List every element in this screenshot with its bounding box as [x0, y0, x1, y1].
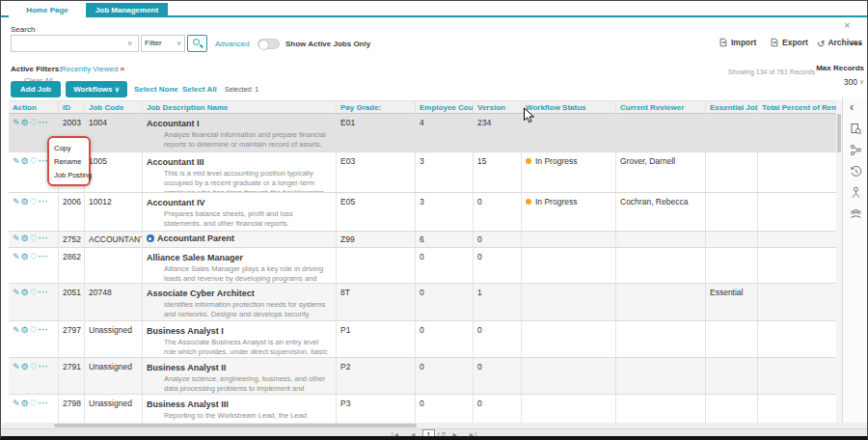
job-title[interactable]: Accountant IV [147, 197, 334, 207]
row-more-icon[interactable]: ··· [39, 118, 49, 127]
gear-icon[interactable]: ⚙ [21, 118, 29, 127]
prev-page-icon[interactable]: ◄ [410, 431, 417, 438]
col-header-job-code[interactable]: Job Code [85, 101, 143, 113]
table-row[interactable]: ✎⚙♡··· 2797 Unassigned Business Analyst … [9, 321, 836, 358]
row-more-icon[interactable]: ··· [39, 252, 49, 261]
job-title[interactable]: Business Analyst I [147, 325, 334, 336]
gear-icon[interactable]: ⚙ [21, 234, 29, 243]
approvals-person-icon[interactable] [850, 186, 862, 199]
edit-icon[interactable]: ✎ [13, 156, 20, 166]
row-more-icon[interactable]: ··· [39, 399, 49, 408]
col-header-current-reviewer[interactable]: Current Reviewer [616, 101, 706, 113]
table-row[interactable]: ✎⚙♡··· 2752 ACCOUNTANT Accountant Parent… [9, 232, 836, 248]
edit-icon[interactable]: ✎ [13, 325, 20, 335]
remove-filter-icon[interactable]: × [120, 65, 124, 73]
edit-icon[interactable]: ✎ [13, 288, 20, 297]
table-row[interactable]: ✎⚙♡··· 2862 Alliance Sales ManagerAllian… [9, 248, 836, 284]
edit-icon[interactable]: ✎ [13, 362, 20, 371]
row-more-icon[interactable]: ··· [39, 234, 49, 243]
show-active-jobs-toggle[interactable] [258, 39, 280, 49]
gear-icon[interactable]: ⚙ [21, 156, 29, 166]
edit-icon[interactable]: ✎ [13, 118, 20, 127]
edit-icon[interactable]: ✎ [13, 197, 20, 206]
vertical-scrollbar-thumb[interactable] [837, 114, 841, 152]
favorite-heart-icon[interactable]: ♡ [30, 156, 38, 166]
context-menu-rename[interactable]: Rename [49, 154, 89, 168]
favorite-heart-icon[interactable]: ♡ [30, 197, 38, 206]
favorite-heart-icon[interactable]: ♡ [30, 234, 38, 243]
col-header-description[interactable]: Job Description Name [143, 101, 337, 113]
table-row[interactable]: ✎⚙♡··· 1005 Accountant IIIThis is a mid … [9, 152, 836, 193]
job-title[interactable]: Business Analyst II [147, 362, 334, 372]
next-page-icon[interactable]: ► [451, 431, 458, 438]
row-more-icon[interactable]: ··· [39, 197, 49, 206]
col-header-version[interactable]: Version [474, 101, 522, 113]
table-row[interactable]: ✎⚙♡··· 2798 Unassigned Business Analyst … [9, 395, 836, 424]
horizontal-scrollbar-thumb[interactable] [54, 424, 417, 427]
search-button[interactable] [187, 35, 207, 52]
export-button[interactable]: Export [770, 38, 808, 47]
favorite-heart-icon[interactable]: ♡ [30, 325, 38, 335]
job-title[interactable]: Accountant I [147, 118, 334, 128]
col-header-pay-grade[interactable]: Pay Grade: [337, 101, 416, 113]
favorite-heart-icon[interactable]: ♡ [30, 288, 38, 297]
page-number-input[interactable]: 1 [422, 429, 435, 439]
gear-icon[interactable]: ⚙ [21, 362, 29, 371]
table-row[interactable]: ✎⚙♡··· 2791 Unassigned Business Analyst … [9, 358, 836, 395]
col-header-workflow-status[interactable]: Workflow Status [522, 101, 616, 113]
history-icon[interactable] [850, 165, 862, 178]
table-row[interactable]: ✎⚙♡··· 2006 10012 Accountant IVPrepares … [9, 193, 836, 232]
job-title[interactable]: Business Analyst III [147, 399, 334, 409]
close-icon[interactable]: × [844, 19, 850, 31]
col-header-id[interactable]: ID [59, 101, 85, 113]
filter-dropdown[interactable]: Filter∨ [141, 35, 185, 52]
select-none-link[interactable]: Select None [134, 85, 178, 94]
more-options-icon[interactable]: ••• [851, 40, 862, 49]
import-button[interactable]: Import [719, 38, 756, 47]
job-title[interactable]: Accountant Parent [157, 233, 234, 243]
tab-job-management[interactable]: Job Management [86, 3, 168, 17]
table-row[interactable]: ✎⚙♡··· 2051 20748 Associate Cyber Archit… [9, 284, 836, 321]
row-more-icon[interactable]: ··· [39, 325, 49, 335]
col-header-employee-count[interactable]: Employee Count [416, 101, 474, 113]
gear-icon[interactable]: ⚙ [21, 325, 29, 335]
search-input[interactable] [11, 35, 139, 52]
favorite-heart-icon[interactable]: ♡ [30, 118, 38, 127]
edit-icon[interactable]: ✎ [13, 399, 20, 408]
share-network-icon[interactable] [850, 144, 862, 156]
gear-icon[interactable]: ⚙ [21, 197, 29, 206]
add-job-button[interactable]: Add Job [11, 81, 61, 97]
favorite-heart-icon[interactable]: ♡ [30, 399, 38, 408]
select-all-link[interactable]: Select All [182, 85, 217, 94]
group-people-icon[interactable] [850, 207, 862, 220]
context-menu-job-posting[interactable]: Job Posting [49, 168, 89, 181]
col-header-action[interactable]: Action [9, 101, 59, 113]
row-more-icon[interactable]: ··· [39, 362, 49, 371]
advanced-link[interactable]: Advanced [215, 40, 250, 48]
favorite-heart-icon[interactable]: ♡ [30, 362, 38, 371]
tab-home-page[interactable]: Home Page [9, 3, 86, 17]
gear-icon[interactable]: ⚙ [21, 252, 29, 261]
edit-icon[interactable]: ✎ [13, 252, 20, 261]
first-page-icon[interactable]: |◄ [392, 431, 400, 438]
clear-search-icon[interactable]: × [127, 39, 132, 48]
col-header-total-percent-remote[interactable]: Total Percent of Remote [758, 101, 836, 113]
max-records-dropdown[interactable]: 300 [811, 77, 857, 87]
active-filter-chip[interactable]: Recently Viewed× [61, 65, 124, 73]
job-title[interactable]: Associate Cyber Architect [147, 288, 334, 298]
preview-document-icon[interactable] [850, 123, 862, 135]
context-menu-copy[interactable]: Copy [49, 141, 89, 154]
col-header-essential-job[interactable]: Essential Job [706, 101, 758, 113]
gear-icon[interactable]: ⚙ [21, 399, 29, 408]
favorite-heart-icon[interactable]: ♡ [30, 252, 38, 261]
workflows-button[interactable]: Workflows ∨ [66, 81, 127, 97]
parent-job-icon[interactable] [147, 234, 154, 242]
last-page-icon[interactable]: ►| [468, 431, 476, 438]
job-title[interactable]: Alliance Sales Manager [147, 252, 334, 262]
row-more-icon[interactable]: ··· [39, 288, 49, 297]
collapse-panel-icon[interactable]: ‹ [850, 100, 854, 114]
edit-icon[interactable]: ✎ [13, 234, 20, 243]
gear-icon[interactable]: ⚙ [21, 288, 29, 297]
job-title[interactable]: Accountant III [147, 156, 334, 167]
table-row[interactable]: ✎⚙♡··· 2003 1004 Accountant IAnalyze fin… [9, 114, 836, 152]
